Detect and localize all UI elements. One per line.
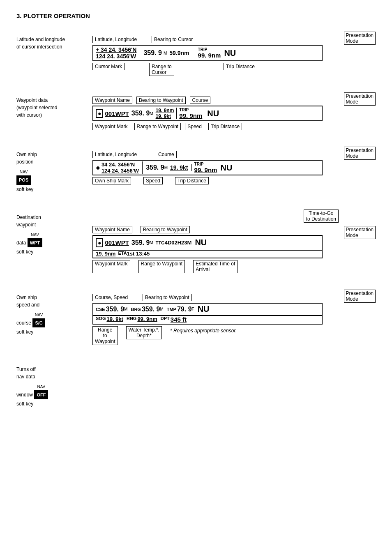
cursor-display-row: + 34 24. 3456'N 124 24. 3456'W 359. 9 M …: [92, 45, 323, 61]
range-to-wpt-label: Range to Waypoint: [134, 123, 181, 130]
own-ship-left-annotation: Own ship position NAV POS soft key: [16, 147, 84, 193]
nav-wpt-box: WPT: [28, 238, 42, 248]
bearing-to-wpt-label: Bearing to Waypoint: [136, 97, 186, 104]
speed-course-diagram: PresentationMode Course, Speed Bearing t…: [84, 290, 376, 345]
dest-range-label: Range to Waypoint: [138, 260, 185, 273]
wpt-bearing-unit: M: [150, 111, 153, 116]
sensor-note: * Requires appropriate sensor.: [170, 326, 237, 334]
destination-left-annotation: Destination waypoint data NAV WPT soft k…: [16, 210, 84, 256]
wpt-bearing-value: 359. 9: [131, 110, 150, 117]
wpt-bullet: ●: [96, 109, 103, 118]
speed-course-display-row-1: CSE 359. 9 M BRG 359. 9 M TMP 79. 9 F NU: [92, 303, 323, 316]
nav-pos-key: NAV POS: [16, 168, 31, 185]
destination-diagram: Time-to-Goto Destination PresentationMod…: [84, 210, 376, 273]
page-title: 3. PLOTTER OPERATION: [16, 12, 376, 19]
trip-distance-cursor-label: Trip Distance: [224, 63, 257, 70]
dest-range: 19. 9nm: [96, 251, 115, 257]
cursor-lat: + 34 24. 3456'N: [96, 46, 136, 53]
turns-off-left-annotation: Turns off nav data window NAV OFF soft k…: [16, 362, 84, 408]
range-to-wpt-sc-label: RangetoWaypoint: [92, 326, 118, 345]
presentation-mode-dest: PresentationMode: [344, 226, 376, 239]
own-ship-course: 359. 9: [146, 164, 164, 171]
dest-mode: NU: [195, 238, 207, 247]
nav-sc-key: NAV S/C: [32, 311, 45, 328]
trip-distance-own-ship-label: Trip Distance: [175, 177, 209, 184]
water-temp-label: Water Temp.*,Depth*: [126, 326, 162, 339]
presentation-mode-cursor: PresentationMode: [344, 32, 376, 45]
sc-soft-key-label: soft key: [16, 328, 84, 336]
dest-ttg-label: TTG: [156, 240, 165, 245]
nav-off-key: NAV OFF: [34, 383, 48, 400]
waypoint-section: Waypoint data (waypoint selected with cu…: [16, 92, 376, 130]
speed-course-display-row-2: SOG 19. 9kt RNG 99. 9nm DPT 345 ft: [92, 315, 323, 325]
wpt-trip: TRIP 99. 9nm: [179, 108, 202, 119]
dest-wpt-name: 001WPT: [105, 239, 129, 246]
waypoint-display-row: ● 001WPT 359. 9 M 19. 9nm 19. 9kt TRIP 9…: [92, 106, 323, 121]
own-ship-speed: 19. 9kt: [170, 164, 192, 171]
speed-own-ship-label: Speed: [143, 177, 163, 184]
course-own-ship-label: Course: [156, 151, 177, 158]
dest-bearing-value: 359. 9: [131, 239, 150, 246]
nav-pos-box: POS: [16, 175, 31, 185]
cursor-lon: 124 24. 3456'W: [96, 53, 136, 60]
wpt-soft-key-label: soft key: [16, 248, 84, 256]
turns-off-section: Turns off nav data window NAV OFF soft k…: [16, 362, 376, 408]
bearing-to-cursor-label: Bearing to Cursor: [152, 36, 195, 43]
presentation-mode-own-ship: PresentationMode: [344, 147, 376, 160]
wpt-range-speed: 19. 9nm 19. 9kt: [156, 108, 177, 119]
dest-eta-box-label: Estimated Time ofArrival: [193, 260, 238, 273]
cursor-bearing-unit: M: [164, 51, 167, 55]
presentation-mode-waypoint: PresentationMode: [344, 92, 376, 106]
waypoint-left-annotation: Waypoint data (waypoint selected with cu…: [16, 92, 84, 119]
dest-bearing-label: Bearing to Waypoint: [141, 226, 190, 233]
wpt-mode: NU: [207, 109, 219, 118]
course-speed-label: Course, Speed: [92, 294, 130, 301]
cursor-mark-label: Cursor Mark: [92, 63, 125, 70]
wpt-mark-label: Waypoint Mark: [92, 123, 130, 130]
dest-bullet: ●: [96, 238, 103, 247]
pos-soft-key-label: soft key: [16, 186, 84, 193]
own-ship-section: Own ship position NAV POS soft key Prese…: [16, 147, 376, 193]
destination-display-row: ● 001WPT 359. 9 M TTG 4D02H23M NU: [92, 235, 323, 251]
bearing-to-wpt-sc-label: Bearing to Waypoint: [143, 294, 192, 301]
own-ship-mark-label: Own Ship Mark: [92, 177, 131, 184]
speed-course-section: Own ship speed and course NAV S/C soft k…: [16, 290, 376, 345]
dest-bearing-unit: M: [150, 240, 153, 245]
nav-sc-box: S/C: [32, 318, 45, 328]
own-ship-course-unit: M: [164, 166, 168, 170]
own-ship-trip: TRIP 99. 9nm: [194, 162, 217, 173]
dest-wpt-name-label: Waypoint Name: [92, 226, 132, 233]
dest-wpt-mark-label: Waypoint Mark: [92, 260, 130, 273]
own-ship-lat-lon: 34 24. 3456'N 124 24. 3456'W: [101, 161, 143, 174]
time-to-go-label: Time-to-Goto Destination: [304, 210, 339, 223]
cursor-bearing: 359. 9: [143, 49, 161, 57]
off-soft-key-label: soft key: [16, 400, 84, 408]
wpt-name-value: 001WPT: [105, 110, 129, 117]
cursor-left-annotation: Latitude and longitude of cursor interse…: [16, 32, 84, 51]
lat-lon-own-ship-label: Latitude, Longitude: [92, 151, 139, 158]
dest-ttg-value: 4D02H23M: [165, 240, 192, 246]
sc-mode: NU: [198, 304, 210, 314]
lat-lon-label: Latitude, Longitude: [92, 36, 139, 43]
cursor-diagram: PresentationMode Latitude, Longitude Bea…: [84, 32, 376, 76]
speed-label-wpt: Speed: [185, 123, 204, 130]
waypoint-diagram: PresentationMode Waypoint Name Bearing t…: [84, 92, 376, 130]
destination-section: Destination waypoint data NAV WPT soft k…: [16, 210, 376, 273]
own-ship-mode: NU: [220, 163, 232, 173]
dest-eta-label: ETA: [118, 251, 127, 257]
cursor-trip: TRIP 99. 9nm: [198, 47, 221, 59]
cursor-range: 59.9nm: [169, 50, 193, 56]
own-ship-bullet: ●: [96, 164, 100, 172]
trip-distance-wpt-label: Trip Distance: [208, 123, 242, 130]
wpt-name-label: Waypoint Name: [92, 97, 132, 104]
speed-course-left-annotation: Own ship speed and course NAV S/C soft k…: [16, 290, 84, 336]
course-label-wpt: Course: [190, 97, 211, 104]
nav-wpt-key: NAV WPT: [28, 231, 42, 248]
presentation-mode-sc: PresentationMode: [344, 290, 376, 303]
range-to-cursor-label: Range toCursor: [149, 63, 174, 76]
destination-display-row-2: 19. 9nm ETA 1st 13:45: [92, 250, 323, 258]
own-ship-diagram: PresentationMode Latitude, Longitude Cou…: [84, 147, 376, 184]
dest-eta-value: 1st 13:45: [127, 251, 150, 257]
cursor-mode: NU: [224, 48, 236, 58]
cursor-section: Latitude and longitude of cursor interse…: [16, 32, 376, 76]
